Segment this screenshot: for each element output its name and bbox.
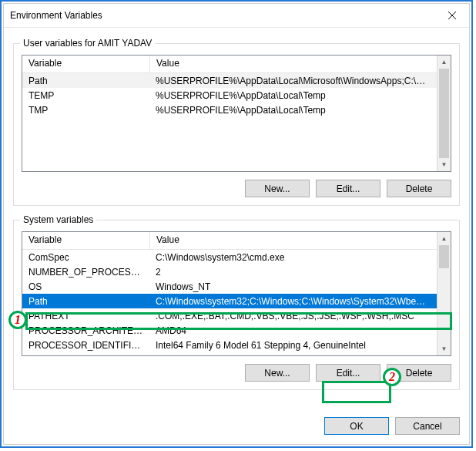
user-new-button[interactable]: New...: [245, 180, 310, 197]
user-row-value: %USERPROFILE%\AppData\Local\Microsoft\Wi…: [149, 76, 437, 86]
sys-row-name: ComSpec: [22, 252, 149, 263]
system-group-legend: System variables: [20, 214, 96, 225]
sys-row-name: OS: [22, 281, 149, 292]
sys-row-name: PATHEXT: [22, 311, 149, 321]
system-new-button[interactable]: New...: [245, 364, 310, 382]
sys-row-value: C:\Windows\system32;C:\Windows;C:\Window…: [149, 296, 437, 307]
sys-row-value: AMD64: [149, 325, 437, 336]
dialog-footer: OK Cancel: [4, 408, 469, 444]
system-buttons: New... Edit... Delete: [22, 364, 451, 382]
scroll-thumb[interactable]: [439, 69, 449, 158]
titlebar[interactable]: Environment Variables: [4, 4, 469, 28]
scrollbar[interactable]: ▲ ▼: [437, 56, 451, 171]
user-delete-button[interactable]: Delete: [387, 180, 451, 197]
scroll-up-icon[interactable]: ▲: [437, 56, 451, 69]
user-variables-group: User variables for AMIT YADAV Variable V…: [13, 43, 460, 206]
table-row[interactable]: Path C:\Windows\system32;C:\Windows;C:\W…: [22, 294, 437, 308]
user-row-value: %USERPROFILE%\AppData\Local\Temp: [149, 105, 437, 116]
scroll-up-icon[interactable]: ▲: [437, 232, 451, 245]
user-row-name: Path: [22, 76, 149, 86]
system-header-value[interactable]: Value: [150, 232, 437, 249]
user-row-value: %USERPROFILE%\AppData\Local\Temp: [149, 90, 437, 101]
user-variables-list[interactable]: Variable Value Path %USERPROFILE%\AppDat…: [22, 55, 451, 172]
sys-row-name: PROCESSOR_IDENTIFIER: [22, 340, 149, 351]
sys-row-name: PROCESSOR_ARCHITECTURE: [22, 325, 149, 336]
window-title: Environment Variables: [10, 10, 434, 21]
user-list-header: Variable Value: [22, 56, 437, 73]
cancel-button[interactable]: Cancel: [395, 417, 460, 435]
table-row[interactable]: OS Windows_NT: [22, 279, 437, 294]
content-area: User variables for AMIT YADAV Variable V…: [4, 28, 469, 408]
system-header-variable[interactable]: Variable: [22, 232, 149, 249]
sys-row-value: Intel64 Family 6 Model 61 Stepping 4, Ge…: [149, 340, 437, 351]
ok-button[interactable]: OK: [324, 417, 389, 435]
sys-row-value: .COM;.EXE;.BAT;.CMD;.VBS;.VBE;.JS;.JSE;.…: [149, 311, 437, 321]
system-list-header: Variable Value: [22, 232, 437, 250]
user-header-variable[interactable]: Variable: [22, 56, 149, 72]
system-variables-list[interactable]: Variable Value ComSpec C:\Windows\system…: [22, 231, 451, 356]
user-row-name: TMP: [22, 105, 149, 116]
table-row[interactable]: TMP %USERPROFILE%\AppData\Local\Temp: [22, 103, 437, 117]
table-row[interactable]: PROCESSOR_ARCHITECTURE AMD64: [22, 323, 437, 338]
user-header-value[interactable]: Value: [150, 56, 437, 72]
system-delete-button[interactable]: Delete: [387, 364, 451, 382]
system-edit-button[interactable]: Edit...: [316, 364, 380, 382]
env-vars-dialog: Environment Variables User variables for…: [3, 3, 470, 445]
table-row[interactable]: NUMBER_OF_PROCESSORS 2: [22, 264, 437, 279]
scroll-down-icon[interactable]: ▼: [437, 342, 451, 355]
table-row[interactable]: Path %USERPROFILE%\AppData\Local\Microso…: [22, 73, 437, 88]
user-buttons: New... Edit... Delete: [22, 180, 451, 197]
user-row-name: TEMP: [22, 90, 149, 101]
sys-row-name: NUMBER_OF_PROCESSORS: [22, 267, 149, 278]
table-row[interactable]: PROCESSOR_IDENTIFIER Intel64 Family 6 Mo…: [22, 338, 437, 352]
scrollbar[interactable]: ▲ ▼: [437, 232, 451, 355]
table-row[interactable]: TEMP %USERPROFILE%\AppData\Local\Temp: [22, 88, 437, 103]
system-variables-group: System variables Variable Value ComSpec …: [13, 220, 460, 390]
sys-row-value: 2: [149, 267, 437, 278]
sys-row-name: Path: [22, 296, 149, 307]
user-edit-button[interactable]: Edit...: [316, 180, 380, 197]
user-group-legend: User variables for AMIT YADAV: [20, 38, 155, 49]
table-row[interactable]: PATHEXT .COM;.EXE;.BAT;.CMD;.VBS;.VBE;.J…: [22, 308, 437, 323]
sys-row-value: C:\Windows\system32\cmd.exe: [149, 252, 437, 263]
sys-row-value: Windows_NT: [149, 281, 437, 292]
table-row[interactable]: ComSpec C:\Windows\system32\cmd.exe: [22, 250, 437, 264]
scroll-thumb[interactable]: [439, 245, 449, 268]
scroll-down-icon[interactable]: ▼: [437, 158, 451, 171]
close-icon: [448, 12, 456, 19]
close-button[interactable]: [434, 4, 469, 27]
